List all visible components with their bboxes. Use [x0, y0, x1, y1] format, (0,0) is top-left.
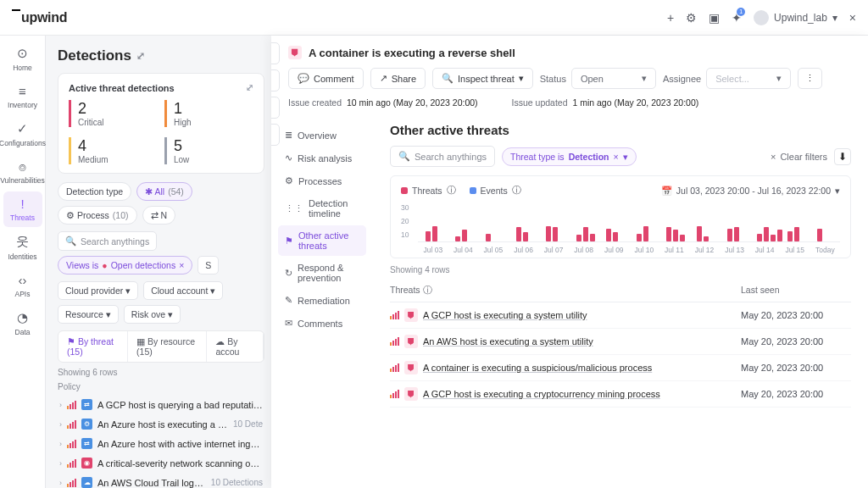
tab-by-accou[interactable]: ☁ By accou — [207, 331, 264, 362]
views-chip[interactable]: Views is ● Open detections × — [58, 256, 192, 274]
filter-remove-icon[interactable]: × — [613, 152, 618, 162]
date-range-picker[interactable]: 📅 Jul 03, 2023 20:00 - Jul 16, 2023 22:0… — [661, 186, 840, 197]
policy-row[interactable]: ›⚙An Azure host is executing a system ut… — [58, 414, 264, 434]
card-title: Active threat detections — [69, 83, 175, 93]
filter-cloud-account[interactable]: Cloud account ▾ — [143, 281, 223, 300]
user-menu[interactable]: Upwind_lab▾ — [754, 10, 837, 25]
status-label: Status — [540, 74, 566, 84]
stat-high: 1High — [164, 100, 253, 127]
pnav-remediation[interactable]: ✎Remediation — [278, 290, 366, 311]
rail-data[interactable]: ◔Data — [3, 305, 42, 341]
panel-up-button[interactable]: ↑ — [271, 97, 280, 119]
rail-vulnerabilities[interactable]: ⌾Vulnerabilities — [3, 154, 42, 190]
chip-remove-icon[interactable]: × — [179, 260, 184, 270]
updated-value: 1 min ago (May 20, 2023 20:00) — [572, 97, 698, 108]
created-label: Issue created — [288, 97, 342, 108]
threat-row[interactable]: ⛊A container is executing a suspicious/m… — [390, 355, 851, 381]
rail-threats[interactable]: !Threats — [3, 191, 42, 227]
filter-risk-ove[interactable]: Risk ove ▾ — [124, 305, 181, 324]
policy-row[interactable]: ›◉A critical-severity network scanning o… — [58, 453, 264, 473]
chip-process[interactable]: ⚙ Process (10) — [58, 206, 137, 225]
rail-home[interactable]: ⊙Home — [3, 41, 42, 77]
save-view-button[interactable]: S — [198, 256, 219, 274]
panel-collapse-button[interactable]: « — [271, 69, 280, 92]
clear-filters-button[interactable]: × Clear filters — [771, 152, 827, 162]
updated-label: Issue updated — [512, 97, 568, 108]
active-detections-card: Active threat detections ⤢ 2Critical1Hig… — [58, 73, 264, 174]
more-actions-button[interactable]: ⋮ — [798, 68, 822, 89]
pnav-respond-prevention[interactable]: ↻Respond & prevention — [278, 258, 366, 288]
rail-identities[interactable]: 웃Identities — [3, 229, 42, 266]
brand-logo: upwind — [12, 9, 67, 25]
threat-row[interactable]: ⛊An AWS host is executing a system utili… — [390, 329, 851, 355]
comment-button[interactable]: 💬 Comment — [288, 68, 364, 89]
expand-icon[interactable]: ⤢ — [136, 50, 145, 62]
notifications-icon[interactable]: ✦1 — [732, 11, 742, 25]
stat-critical: 2Critical — [69, 100, 158, 127]
pnav-detection-timeline[interactable]: ⋮⋮Detection timeline — [278, 193, 366, 224]
panel-nav: ≣Overview∿Risk analysis⚙Processes⋮⋮Detec… — [271, 116, 373, 488]
inspect-threat-button[interactable]: 🔍 Inspect threat ▾ — [432, 68, 533, 89]
pnav-overview[interactable]: ≣Overview — [278, 125, 366, 146]
threat-chart: Threats ⓘ Events ⓘ 📅 Jul 03, 2023 20:00 … — [390, 175, 851, 258]
rail-configurations[interactable]: ✓Configurations — [3, 116, 42, 152]
status-select[interactable]: Open▾ — [571, 68, 656, 89]
rail-apis[interactable]: ‹›APIs — [3, 268, 42, 303]
filter-resource[interactable]: Resource ▾ — [58, 305, 119, 324]
col-threats: Threats ⓘ — [390, 285, 741, 297]
threat-row[interactable]: ⛊A GCP host is executing a cryptocurrenc… — [390, 381, 851, 408]
shield-icon: ⛊ — [288, 46, 302, 59]
tab-by-threat[interactable]: ⚑ By threat (15) — [58, 331, 128, 362]
pnav-comments[interactable]: ✉Comments — [278, 313, 366, 334]
policy-row[interactable]: ›⇄A GCP host is querying a bad reputatio… — [58, 395, 264, 414]
showing-label: Showing 6 rows — [58, 368, 264, 377]
rail-inventory[interactable]: ≡Inventory — [3, 79, 42, 114]
nav-rail: ⊙Home≡Inventory✓Configurations⌾Vulnerabi… — [0, 36, 46, 488]
pnav-processes[interactable]: ⚙Processes — [278, 170, 366, 191]
add-icon[interactable]: + — [667, 11, 674, 25]
created-value: 10 min ago (May 20, 2023 20:00) — [347, 97, 478, 108]
stat-medium: 4Medium — [69, 137, 158, 164]
threat-row[interactable]: ⛊A GCP host is executing a system utilit… — [390, 302, 851, 329]
panel-title: ⛊ A container is executing a reverse she… — [288, 46, 851, 59]
chip-all[interactable]: ✱ All (54) — [136, 182, 192, 201]
rows-count: Showing 4 rows — [390, 265, 851, 274]
panel-close-button[interactable]: × — [271, 42, 280, 64]
panel-down-button[interactable]: ↓ — [271, 124, 280, 146]
share-button[interactable]: ↗ Share — [370, 68, 426, 89]
search-input[interactable]: 🔍 Search anythings — [58, 231, 157, 251]
chip-n[interactable]: ⇄ N — [142, 206, 176, 225]
threat-type-filter[interactable]: Threat type is Detection × ▾ — [502, 147, 637, 166]
policy-row[interactable]: ›☁An AWS Cloud Trail logs title10 Detect… — [58, 473, 264, 488]
assignee-label: Assignee — [663, 74, 701, 84]
maximize-icon[interactable]: ⤢ — [246, 82, 253, 93]
assignee-select[interactable]: Select...▾ — [706, 68, 791, 89]
close-icon[interactable]: × — [849, 11, 856, 25]
legend-events: Events ⓘ — [470, 185, 521, 197]
col-last-seen: Last seen — [741, 285, 851, 297]
panel-icon[interactable]: ▣ — [709, 11, 720, 25]
filter-cloud-provider[interactable]: Cloud provider ▾ — [58, 281, 138, 300]
chip-detection-type[interactable]: Detection type — [58, 182, 131, 201]
policy-row[interactable]: ›⇄An Azure host with active internet ing… — [58, 434, 264, 453]
policy-label: Policy — [58, 382, 264, 391]
tab-by-resource[interactable]: ▦ By resource (15) — [128, 331, 207, 362]
stat-low: 5Low — [164, 137, 253, 164]
page-title: Detections ⤢ — [58, 47, 264, 64]
threats-search-input[interactable]: 🔍 Search anythings — [390, 146, 495, 167]
settings-icon[interactable]: ⚙ — [686, 11, 697, 25]
legend-threats: Threats ⓘ — [401, 185, 456, 197]
pnav-other-active-threats[interactable]: ⚑Other active threats — [278, 225, 366, 256]
pnav-risk-analysis[interactable]: ∿Risk analysis — [278, 147, 366, 169]
section-title: Other active threats — [390, 123, 851, 137]
download-button[interactable]: ⬇ — [834, 148, 851, 165]
